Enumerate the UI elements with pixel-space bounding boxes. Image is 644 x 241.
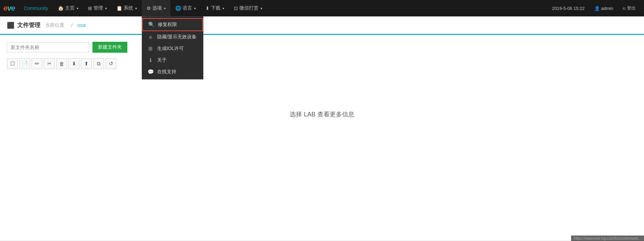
menu-about[interactable]: ℹ 关于 [142, 54, 203, 66]
refresh-btn[interactable]: ↺ [105, 58, 116, 69]
nav-user[interactable]: 👤 admin [590, 0, 618, 16]
cut-icon: ✂ [47, 61, 52, 67]
file-manager-icon: ⬛ [7, 22, 14, 29]
nav-system[interactable]: 📋 系统 ▾ [112, 0, 142, 16]
gen-iol-icon: ⊞ [148, 46, 154, 52]
menu-gen-iol-license[interactable]: ⊞ 生成IOL许可 [142, 43, 203, 54]
checkbox-btn[interactable]: ☐ [7, 58, 18, 69]
nav-wechat[interactable]: ⊡ 微信打赏 ▾ [229, 0, 267, 16]
toolbar-row: 新建文件夹 [7, 42, 637, 53]
new-file-icon: 📄 [22, 61, 28, 67]
download-nav-icon: ⬇ [205, 5, 210, 11]
nav-options[interactable]: ⚙ 选项 ▾ 🔍 修复权限 ≡ 隐藏/显示无效设备 ⊞ 生成IOL许可 ℹ 关于… [142, 0, 171, 16]
app-logo[interactable]: eve [3, 4, 15, 13]
new-folder-button[interactable]: 新建文件夹 [92, 42, 127, 53]
edit-icon: ✏ [35, 61, 39, 67]
upload-icon: ⬆ [84, 61, 89, 67]
menu-fix-permissions[interactable]: 🔍 修复权限 [142, 18, 203, 31]
download-icon: ⬇ [72, 61, 76, 67]
system-arrow: ▾ [135, 7, 137, 10]
logout-icon: ⎋ [623, 6, 626, 11]
user-icon: 👤 [594, 6, 600, 11]
language-arrow: ▾ [194, 7, 196, 10]
about-icon: ℹ [148, 57, 154, 63]
menu-hide-show-invalid[interactable]: ≡ 隐藏/显示无效设备 [142, 31, 203, 43]
new-folder-input[interactable] [7, 42, 89, 52]
nav-community[interactable]: Community [19, 0, 53, 16]
options-arrow: ▾ [164, 7, 166, 10]
icon-toolbar: ☐ 📄 ✏ ✂ 🗑 ⬇ ⬆ ⧉ ↺ [7, 58, 637, 69]
nav-download[interactable]: ⬇ 下载 ▾ [201, 0, 229, 16]
copy-btn[interactable]: ⧉ [93, 58, 104, 69]
nav-language[interactable]: 🌐 语言 ▾ [171, 0, 201, 16]
new-file-btn[interactable]: 📄 [19, 58, 30, 69]
wechat-icon: ⊡ [234, 5, 238, 11]
fix-permissions-icon: 🔍 [148, 22, 154, 28]
content-area: 新建文件夹 ☐ 📄 ✏ ✂ 🗑 ⬇ ⬆ ⧉ ↺ 选择 LAB [0, 35, 644, 240]
options-dropdown: 🔍 修复权限 ≡ 隐藏/显示无效设备 ⊞ 生成IOL许可 ℹ 关于 💬 在线支持 [142, 16, 203, 79]
upload-btn[interactable]: ⬆ [81, 58, 92, 69]
edit-btn[interactable]: ✏ [31, 58, 42, 69]
manage-icon: ⊞ [88, 5, 92, 11]
download-arrow: ▾ [223, 7, 224, 10]
home-icon: 🏠 [58, 5, 64, 11]
page-title: 文件管理 [17, 21, 40, 29]
options-icon: ⚙ [147, 5, 151, 11]
navbar-right: 2019-5-06 15:22 👤 admin ⎋ 登出 [547, 0, 641, 16]
nav-manage[interactable]: ⊞ 管理 ▾ [83, 0, 112, 16]
breadcrumb-root[interactable]: root [77, 23, 86, 28]
home-arrow: ▾ [77, 7, 78, 10]
refresh-icon: ↺ [109, 61, 113, 67]
navbar: eve Community 🏠 主页 ▾ ⊞ 管理 ▾ 📋 系统 ▾ ⚙ 选项 … [0, 0, 644, 16]
manage-arrow: ▾ [105, 7, 107, 10]
breadcrumb-prefix: 当前位置 [45, 22, 64, 28]
checkbox-icon: ☐ [10, 61, 15, 67]
cut-btn[interactable]: ✂ [44, 58, 55, 69]
nav-home[interactable]: 🏠 主页 ▾ [53, 0, 83, 16]
online-support-icon: 💬 [148, 69, 154, 75]
download-btn[interactable]: ⬇ [68, 58, 79, 69]
delete-icon: 🗑 [59, 61, 64, 67]
wechat-arrow: ▾ [261, 7, 262, 10]
hide-show-icon: ≡ [148, 34, 154, 40]
delete-btn[interactable]: 🗑 [56, 58, 67, 69]
breadcrumb-sep: / [71, 23, 73, 28]
page-header: ⬛ 文件管理 当前位置 / root [0, 16, 644, 35]
nav-logout[interactable]: ⎋ 登出 [618, 0, 641, 16]
footer: https://www.eve-ng.com/forum/threads... [571, 236, 644, 240]
system-icon: 📋 [116, 5, 122, 11]
empty-state: 选择 LAB 查看更多信息 [7, 110, 637, 118]
language-icon: 🌐 [175, 5, 181, 11]
copy-icon: ⧉ [97, 61, 101, 67]
nav-datetime: 2019-5-06 15:22 [547, 0, 589, 16]
menu-online-support[interactable]: 💬 在线支持 [142, 66, 203, 78]
